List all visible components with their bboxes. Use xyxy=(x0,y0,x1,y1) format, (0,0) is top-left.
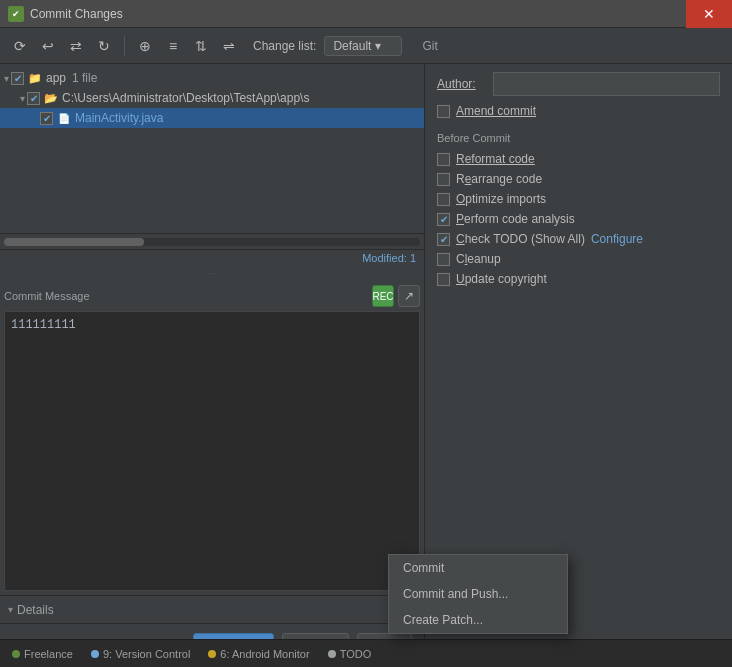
tree-checkbox-path[interactable]: ✔ xyxy=(27,92,40,105)
left-panel: ▾ ✔ 📁 app 1 file ▾ ✔ 📂 C:\Users\Administ… xyxy=(0,64,425,667)
option-row-analysis: ✔ Perform code analysis xyxy=(437,212,720,226)
toolbar-btn-7[interactable]: ⇅ xyxy=(189,34,213,58)
window-title: Commit Changes xyxy=(30,7,123,21)
tree-label-path: C:\Users\Administrator\Desktop\TestApp\a… xyxy=(62,91,309,105)
taskbar-item-todo[interactable]: TODO xyxy=(320,646,380,662)
toolbar-sep-1 xyxy=(124,36,125,56)
option-row-copyright: Update copyright xyxy=(437,272,720,286)
option-row-todo: ✔ Check TODO (Show All) Configure xyxy=(437,232,720,246)
amend-label: Amend commit xyxy=(456,104,536,118)
folder-icon: 📁 xyxy=(27,70,43,86)
cleanup-checkbox[interactable] xyxy=(437,253,450,266)
taskbar-label-todo: TODO xyxy=(340,648,372,660)
dropdown-item-create-patch[interactable]: Create Patch... xyxy=(389,607,567,633)
title-bar: ✔ Commit Changes ✕ xyxy=(0,0,732,28)
git-tab[interactable]: Git xyxy=(422,39,437,53)
cleanup-label: Cleanup xyxy=(456,252,501,266)
amend-checkbox[interactable] xyxy=(437,105,450,118)
rearrange-checkbox[interactable] xyxy=(437,173,450,186)
todo-label: Check TODO (Show All) xyxy=(456,232,585,246)
toolbar-btn-2[interactable]: ↩ xyxy=(36,34,60,58)
window-icon: ✔ xyxy=(8,6,24,22)
changelist-label: Change list: xyxy=(253,39,316,53)
changelist-dropdown[interactable]: Default ▾ xyxy=(324,36,402,56)
folder-icon-path: 📂 xyxy=(43,90,59,106)
before-commit-title: Before Commit xyxy=(437,132,720,144)
option-row-cleanup: Cleanup xyxy=(437,252,720,266)
scroll-track xyxy=(4,238,420,246)
toolbar-btn-5[interactable]: ⊕ xyxy=(133,34,157,58)
copyright-label: Update copyright xyxy=(456,272,547,286)
copyright-checkbox[interactable] xyxy=(437,273,450,286)
toolbar: ⟳ ↩ ⇄ ↻ ⊕ ≡ ⇅ ⇌ Change list: Default ▾ G… xyxy=(0,28,732,64)
taskbar-label-vc: 9: Version Control xyxy=(103,648,190,660)
commit-textarea[interactable]: 111111111 xyxy=(4,311,420,591)
details-label: Details xyxy=(17,603,54,617)
taskbar-dot-vc xyxy=(91,650,99,658)
analysis-checkbox[interactable]: ✔ xyxy=(437,213,450,226)
toolbar-btn-4[interactable]: ↻ xyxy=(92,34,116,58)
details-arrow-icon: ▾ xyxy=(8,604,13,615)
commit-msg-label: Commit Message xyxy=(4,290,90,302)
option-row-rearrange: Rearrange code xyxy=(437,172,720,186)
amend-row[interactable]: Amend commit xyxy=(437,104,720,118)
horizontal-scrollbar[interactable] xyxy=(0,234,424,250)
dropdown-item-commit-push[interactable]: Commit and Push... xyxy=(389,581,567,607)
rearrange-label: Rearrange code xyxy=(456,172,542,186)
java-file-icon: 📄 xyxy=(56,110,72,126)
history-button[interactable]: ↗ xyxy=(398,285,420,307)
close-button[interactable]: ✕ xyxy=(686,0,732,28)
taskbar-dot-android xyxy=(208,650,216,658)
commit-message-area: Commit Message REC ↗ 111111111 xyxy=(0,281,424,595)
reformat-label: Reformat code xyxy=(456,152,535,166)
optimize-checkbox[interactable] xyxy=(437,193,450,206)
resize-handle[interactable]: ··· xyxy=(0,266,424,281)
todo-checkbox[interactable]: ✔ xyxy=(437,233,450,246)
taskbar-dot-todo xyxy=(328,650,336,658)
taskbar-item-android-monitor[interactable]: 6: Android Monitor xyxy=(200,646,317,662)
dropdown-item-commit[interactable]: Commit xyxy=(389,555,567,581)
commit-msg-tools: REC ↗ xyxy=(372,285,420,307)
tree-checkbox-app[interactable]: ✔ xyxy=(11,72,24,85)
rec-button[interactable]: REC xyxy=(372,285,394,307)
reformat-checkbox[interactable] xyxy=(437,153,450,166)
taskbar-dot-freelance xyxy=(12,650,20,658)
tree-item-path[interactable]: ▾ ✔ 📂 C:\Users\Administrator\Desktop\Tes… xyxy=(0,88,424,108)
toolbar-btn-3[interactable]: ⇄ xyxy=(64,34,88,58)
author-label: Author: xyxy=(437,77,487,91)
author-input[interactable] xyxy=(493,72,720,96)
file-tree: ▾ ✔ 📁 app 1 file ▾ ✔ 📂 C:\Users\Administ… xyxy=(0,64,424,234)
toolbar-btn-1[interactable]: ⟳ xyxy=(8,34,32,58)
configure-link[interactable]: Configure xyxy=(591,232,643,246)
analysis-label: Perform code analysis xyxy=(456,212,575,226)
taskbar-item-version-control[interactable]: 9: Version Control xyxy=(83,646,198,662)
tree-label-app: app xyxy=(46,71,66,85)
taskbar-label-android: 6: Android Monitor xyxy=(220,648,309,660)
tree-label-mainactivity: MainActivity.java xyxy=(75,111,163,125)
toolbar-btn-8[interactable]: ⇌ xyxy=(217,34,241,58)
main-area: ▾ ✔ 📁 app 1 file ▾ ✔ 📂 C:\Users\Administ… xyxy=(0,64,732,667)
tree-arrow-app: ▾ xyxy=(4,73,9,84)
commit-dropdown-menu: Commit Commit and Push... Create Patch..… xyxy=(388,554,568,634)
option-row-optimize: Optimize imports xyxy=(437,192,720,206)
tree-file-count: 1 file xyxy=(72,71,97,85)
optimize-label: Optimize imports xyxy=(456,192,546,206)
commit-msg-header: Commit Message REC ↗ xyxy=(4,285,420,307)
details-bar[interactable]: ▾ Details ··· xyxy=(0,595,424,623)
author-row: Author: xyxy=(437,72,720,96)
tree-checkbox-mainactivity[interactable]: ✔ xyxy=(40,112,53,125)
tree-item-mainactivity[interactable]: ✔ 📄 MainActivity.java xyxy=(0,108,424,128)
taskbar: Freelance 9: Version Control 6: Android … xyxy=(0,639,732,667)
option-row-reformat: Reformat code xyxy=(437,152,720,166)
tree-item-app[interactable]: ▾ ✔ 📁 app 1 file xyxy=(0,68,424,88)
tree-arrow-path: ▾ xyxy=(20,93,25,104)
taskbar-item-freelance[interactable]: Freelance xyxy=(4,646,81,662)
modified-count: Modified: 1 xyxy=(0,250,424,266)
scroll-thumb xyxy=(4,238,144,246)
toolbar-btn-6[interactable]: ≡ xyxy=(161,34,185,58)
taskbar-label-freelance: Freelance xyxy=(24,648,73,660)
